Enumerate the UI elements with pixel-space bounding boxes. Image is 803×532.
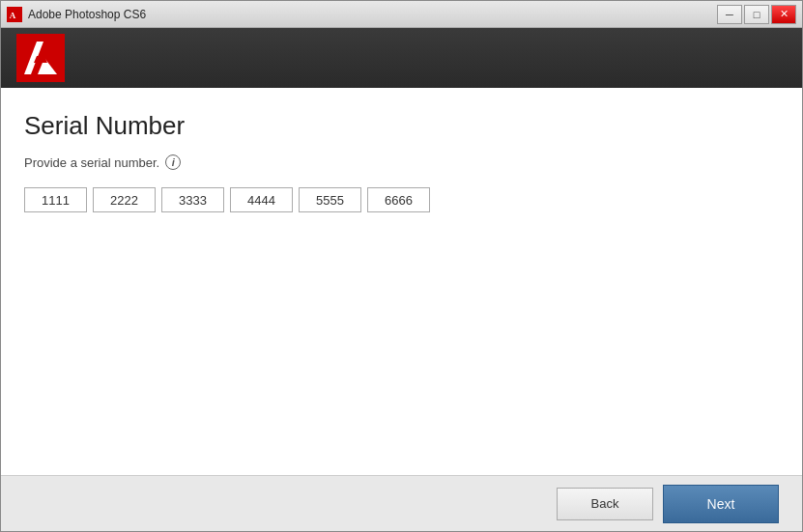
serial-field-2[interactable] <box>93 187 156 212</box>
serial-fields-container <box>24 187 779 212</box>
serial-field-4[interactable] <box>230 187 293 212</box>
serial-field-1[interactable] <box>24 187 87 212</box>
page-title: Serial Number <box>24 111 779 141</box>
next-button[interactable]: Next <box>663 485 779 523</box>
title-bar-left: A Adobe Photoshop CS6 <box>7 7 146 22</box>
info-icon[interactable]: i <box>165 154 181 170</box>
window-controls: ─ □ ✕ <box>717 5 796 24</box>
serial-field-3[interactable] <box>161 187 224 212</box>
application-window: A Adobe Photoshop CS6 ─ □ ✕ Serial Numbe… <box>0 0 803 532</box>
subtitle-row: Provide a serial number. i <box>24 154 779 170</box>
serial-field-6[interactable] <box>367 187 430 212</box>
header-band <box>1 28 802 88</box>
back-button[interactable]: Back <box>557 488 653 520</box>
title-bar: A Adobe Photoshop CS6 ─ □ ✕ <box>1 1 802 28</box>
footer: Back Next <box>1 475 802 531</box>
svg-text:A: A <box>10 10 16 19</box>
close-button[interactable]: ✕ <box>771 5 796 24</box>
minimize-button[interactable]: ─ <box>717 5 742 24</box>
adobe-logo <box>16 34 65 82</box>
main-content: Serial Number Provide a serial number. i <box>1 88 802 475</box>
window-title: Adobe Photoshop CS6 <box>28 8 146 21</box>
app-icon: A <box>7 7 22 22</box>
subtitle-text: Provide a serial number. <box>24 155 159 170</box>
restore-button[interactable]: □ <box>744 5 769 24</box>
serial-field-5[interactable] <box>299 187 361 212</box>
